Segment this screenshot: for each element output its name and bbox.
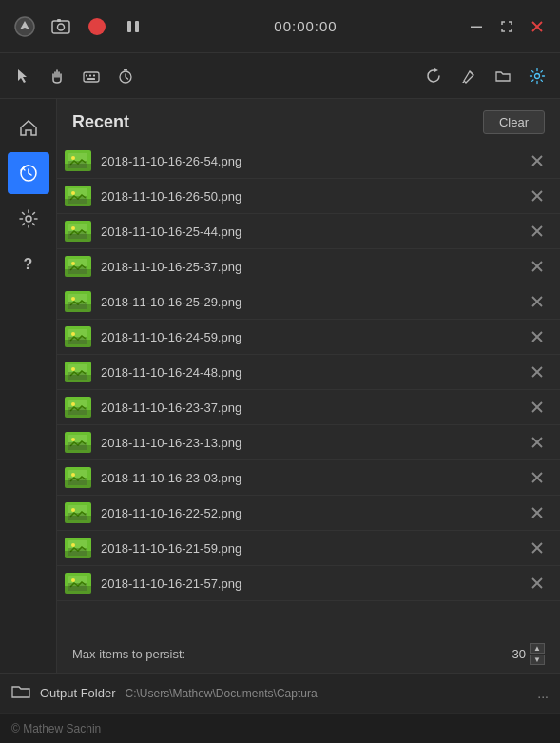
file-remove-button[interactable] [526,290,549,313]
list-item[interactable]: 2018-11-10-16-25-29.png [57,284,560,320]
file-list[interactable]: 2018-11-10-16-26-54.png 2018-11-10-16-26… [57,144,560,635]
svg-point-37 [71,262,75,265]
svg-point-2 [58,24,65,30]
file-thumbnail [65,538,91,558]
svg-rect-13 [93,74,95,76]
pause-icon[interactable] [120,13,146,40]
max-items-label: Max items to persist: [72,647,512,661]
file-thumbnail [65,467,91,488]
file-remove-button[interactable] [526,361,549,383]
copyright: © Mathew Sachin [0,713,560,743]
file-name: 2018-11-10-16-21-57.png [101,577,526,591]
list-item[interactable]: 2018-11-10-16-24-48.png [57,355,560,390]
file-remove-button[interactable] [526,325,549,348]
list-item[interactable]: 2018-11-10-16-21-57.png [57,566,560,601]
list-item[interactable]: 2018-11-10-16-26-54.png [57,144,560,179]
keyboard-tool-button[interactable] [76,61,106,91]
max-items-row: Max items to persist: 30 ▲ ▼ [57,635,560,673]
sidebar-item-home[interactable] [8,107,49,148]
max-items-value: 30 [512,647,526,661]
clear-button[interactable]: Clear [483,110,545,134]
svg-rect-7 [471,26,482,28]
file-thumbnail [65,432,91,453]
list-item[interactable]: 2018-11-10-16-23-03.png [57,460,560,496]
svg-point-67 [71,473,75,477]
file-name: 2018-11-10-16-23-13.png [101,436,526,450]
file-remove-button[interactable] [526,466,549,489]
file-thumbnail [65,221,91,242]
toolbar [0,53,560,99]
list-item[interactable]: 2018-11-10-16-21-59.png [57,531,560,566]
list-item[interactable]: 2018-11-10-16-23-37.png [57,390,560,425]
expand-button[interactable] [495,15,518,38]
copyright-text: © Mathew Sachin [11,722,101,735]
list-item[interactable]: 2018-11-10-16-22-52.png [57,496,560,531]
file-thumbnail [65,573,91,594]
sidebar-item-settings[interactable] [8,198,49,240]
file-name: 2018-11-10-16-24-59.png [101,330,526,344]
svg-point-72 [71,508,75,512]
svg-point-47 [71,332,75,336]
file-thumbnail [65,256,91,277]
list-item[interactable]: 2018-11-10-16-25-37.png [57,249,560,284]
folder-tool-button[interactable] [488,61,518,91]
file-remove-button[interactable] [526,431,549,454]
screenshot-icon[interactable] [48,13,74,40]
file-remove-button[interactable] [526,537,549,559]
file-name: 2018-11-10-16-26-50.png [101,189,526,204]
file-name: 2018-11-10-16-23-03.png [101,471,526,485]
spinner-controls: ▲ ▼ [530,643,545,665]
file-remove-button[interactable] [526,572,549,595]
record-icon[interactable] [84,13,110,40]
sidebar-item-recent[interactable] [8,152,49,194]
title-bar: 00:00:00 [0,0,560,53]
timer-tool-button[interactable] [110,61,141,91]
list-item[interactable]: 2018-11-10-16-23-13.png [57,425,560,460]
svg-point-57 [71,402,75,406]
footer-folder-label: Output Folder [40,686,116,700]
rotate-tool-button[interactable] [419,61,450,91]
toolbar-right [419,61,552,91]
title-bar-left [11,13,146,40]
svg-rect-6 [135,21,139,32]
file-remove-button[interactable] [526,255,549,278]
sidebar-item-help[interactable]: ? [8,244,49,285]
close-button[interactable] [526,15,549,38]
list-item[interactable]: 2018-11-10-16-26-50.png [57,179,560,214]
hand-tool-button[interactable] [42,61,72,91]
svg-rect-5 [127,21,131,32]
toolbar-left [8,61,141,91]
list-item[interactable]: 2018-11-10-16-25-44.png [57,214,560,249]
settings-tool-button[interactable] [522,61,552,91]
file-name: 2018-11-10-16-25-37.png [101,260,526,274]
svg-rect-11 [86,74,87,76]
title-bar-controls [465,15,549,38]
file-remove-button[interactable] [526,220,549,243]
sidebar: ? [0,99,57,673]
pen-tool-button[interactable] [454,61,484,91]
minimize-button[interactable] [465,15,488,38]
list-item[interactable]: 2018-11-10-16-24-59.png [57,320,560,355]
file-remove-button[interactable] [526,185,549,207]
spinner-down-button[interactable]: ▼ [530,655,545,665]
footer-more-button[interactable]: ... [537,686,549,701]
spinner-up-button[interactable]: ▲ [530,643,545,654]
file-name: 2018-11-10-16-26-54.png [101,154,526,168]
svg-point-32 [71,226,75,230]
file-name: 2018-11-10-16-24-48.png [101,365,526,380]
cursor-tool-button[interactable] [8,61,38,91]
help-label: ? [24,256,33,273]
file-remove-button[interactable] [526,396,549,419]
svg-point-42 [71,297,75,301]
footer: Output Folder C:\Users\Mathew\Documents\… [0,673,560,713]
file-thumbnail [65,502,91,523]
timer-display: 00:00:00 [146,18,465,34]
file-remove-button[interactable] [526,501,549,524]
file-thumbnail [65,326,91,347]
profile-icon[interactable] [11,13,38,40]
footer-folder-icon [11,684,30,703]
footer-path: C:\Users\Mathew\Documents\Captura [126,687,529,700]
file-remove-button[interactable] [526,149,549,172]
svg-point-19 [26,216,31,222]
svg-rect-1 [52,21,69,33]
